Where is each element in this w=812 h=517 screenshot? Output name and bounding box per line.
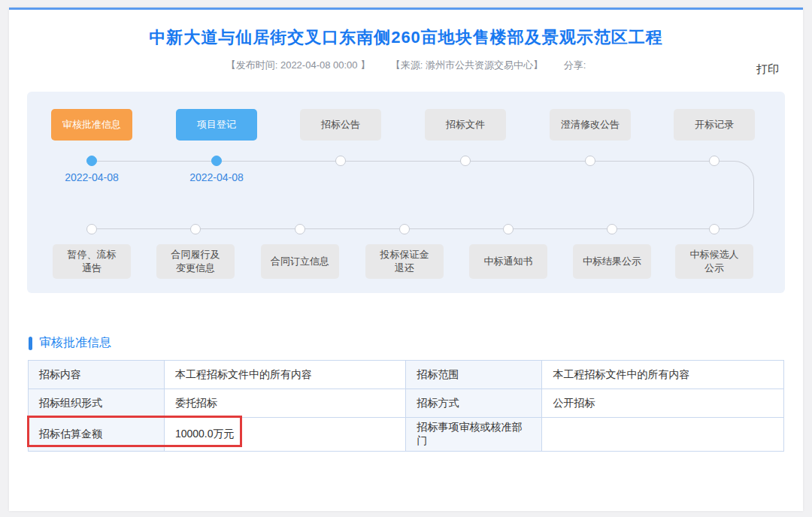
timeline-dot-filled	[211, 156, 222, 166]
page-title: 中新大道与仙居街交叉口东南侧260亩地块售楼部及景观示范区工程	[9, 10, 803, 49]
timeline-dot-filled	[86, 156, 97, 166]
share-label: 分享:	[564, 59, 586, 71]
timeline-dot-empty	[335, 156, 346, 166]
cell-label: 招标事项审核或核准部门	[406, 418, 542, 452]
tab-clarification-notice[interactable]: 澄清修改公告	[550, 109, 631, 141]
section-header: 审核批准信息	[29, 335, 803, 351]
timeline-dot-empty	[709, 156, 720, 166]
cell-label: 招标内容	[29, 361, 165, 389]
timeline-dot-empty	[460, 156, 471, 166]
cell-value-estimated-amount: 10000.0万元	[164, 418, 406, 452]
cell-label: 招标范围	[406, 361, 542, 389]
tab-suspend-failed-notice[interactable]: 暂停、流标 通告	[53, 244, 131, 279]
table-row: 招标估算金额 10000.0万元 招标事项审核或核准部门	[29, 418, 784, 452]
tab-project-register[interactable]: 项目登记	[176, 109, 257, 141]
tab-award-notice[interactable]: 中标通知书	[469, 244, 547, 279]
print-button[interactable]: 打印	[756, 62, 779, 77]
timeline-dot-empty	[399, 224, 410, 234]
tab-contract-performance[interactable]: 合同履行及 变更信息	[156, 244, 235, 279]
cell-label: 招标方式	[406, 389, 542, 418]
timeline-date: 2022-04-08	[47, 171, 137, 183]
timeline-panel: 审核批准信息 项目登记 招标公告 招标文件 澄清修改公告 开标记录 2022-0…	[27, 92, 785, 293]
tab-bid-deposit-refund[interactable]: 投标保证金 退还	[365, 244, 444, 279]
tab-award-result-publicity[interactable]: 中标结果公示	[573, 244, 651, 279]
tab-tender-documents[interactable]: 招标文件	[425, 109, 506, 141]
content-card: 中新大道与仙居街交叉口东南侧260亩地块售楼部及景观示范区工程 【发布时间: 2…	[9, 8, 803, 511]
cell-label: 招标组织形式	[29, 389, 165, 418]
timeline-dot-empty	[607, 224, 617, 234]
tab-contract-signing-info[interactable]: 合同订立信息	[261, 244, 339, 279]
timeline-dot-empty	[86, 224, 97, 234]
cell-value	[542, 418, 784, 452]
timeline-dot-empty	[190, 224, 201, 234]
section-title: 审核批准信息	[39, 335, 111, 351]
tab-approval-info[interactable]: 审核批准信息	[51, 109, 132, 141]
timeline-date: 2022-04-08	[171, 171, 262, 183]
section-marker-bar	[29, 337, 32, 350]
timeline-dot-empty	[709, 224, 720, 234]
cell-value: 委托招标	[164, 389, 406, 418]
cell-label-estimated-amount: 招标估算金额	[29, 418, 165, 452]
table-row: 招标内容 本工程招标文件中的所有内容 招标范围 本工程招标文件中的所有内容	[29, 361, 784, 389]
cell-value: 公开招标	[542, 389, 784, 418]
cell-value: 本工程招标文件中的所有内容	[164, 361, 406, 389]
approval-info-table: 招标内容 本工程招标文件中的所有内容 招标范围 本工程招标文件中的所有内容 招标…	[28, 360, 784, 452]
approval-info-table-wrap: 招标内容 本工程招标文件中的所有内容 招标范围 本工程招标文件中的所有内容 招标…	[28, 360, 784, 452]
publish-time: 【发布时间: 2022-04-08 00:00 】	[226, 59, 370, 71]
meta-row: 【发布时间: 2022-04-08 00:00 】 【来源: 滁州市公共资源交易…	[9, 59, 803, 72]
table-row: 招标组织形式 委托招标 招标方式 公开招标	[29, 389, 784, 418]
timeline-dot-empty	[295, 224, 305, 234]
tab-candidate-publicity[interactable]: 中标候选人 公示	[675, 244, 753, 279]
tab-tender-announcement[interactable]: 招标公告	[300, 109, 381, 141]
cell-value: 本工程招标文件中的所有内容	[542, 361, 784, 389]
source-label: 【来源: 滁州市公共资源交易中心】	[391, 59, 543, 71]
timeline-dot-empty	[585, 156, 595, 166]
timeline-dot-empty	[503, 224, 514, 234]
tab-bid-opening-record[interactable]: 开标记录	[674, 109, 755, 141]
